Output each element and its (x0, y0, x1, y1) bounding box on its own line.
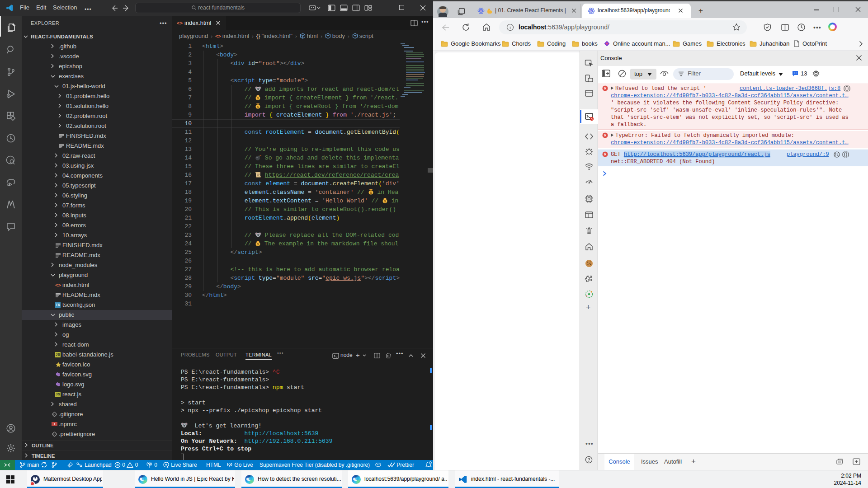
svg-text:$: $ (384, 200, 386, 203)
svg-text:$: $ (257, 97, 259, 100)
svg-text:$: $ (257, 243, 259, 246)
svg-text:$: $ (257, 105, 259, 109)
svg-text:$: $ (370, 191, 372, 195)
